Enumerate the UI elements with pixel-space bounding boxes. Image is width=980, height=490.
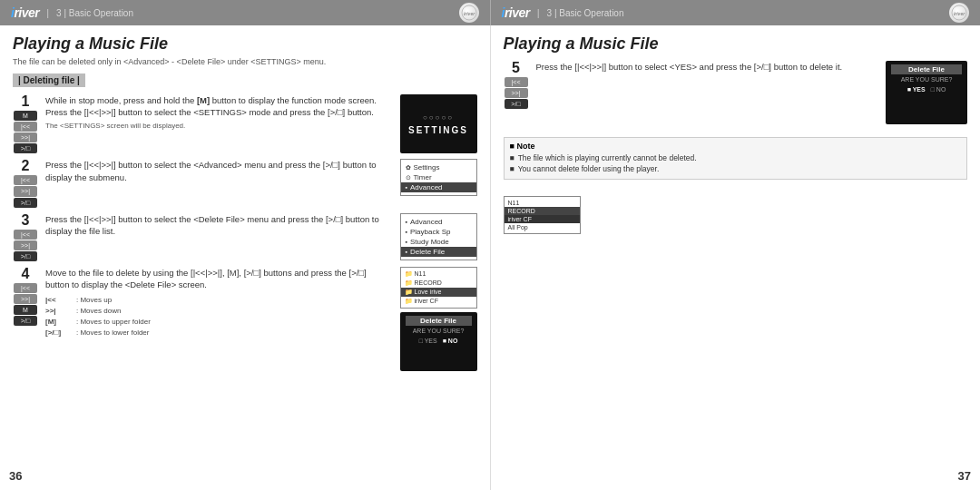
brand-logo-right: iriver xyxy=(502,5,530,20)
folder-icon-4: 📁 xyxy=(405,298,413,305)
step-5: 5 |<< >>| >/□ Press the [|<<|>>|] button… xyxy=(504,61,968,124)
next-button-1: >>| xyxy=(14,132,37,142)
left-page: Playing a Music File The file can be del… xyxy=(0,25,491,490)
main-content: Playing a Music File The file can be del… xyxy=(0,25,980,490)
step-5-left: 5 |<< >>| >/□ xyxy=(504,61,529,109)
timer-icon: ⊙ xyxy=(406,174,411,181)
advanced-icon: ▪ xyxy=(406,184,407,191)
step-3: 3 |<< >>| >/□ Press the [|<<|>>|] button… xyxy=(13,213,477,261)
right-screens-row: N11 RECORD iriver CF All Pop xyxy=(504,196,968,234)
settings-icon: ✿ xyxy=(406,164,411,172)
step-4-left: 4 |<< >>| M >/□ xyxy=(13,267,38,326)
delete-file-item: ▪ Delete File xyxy=(401,247,476,257)
step-5-buttons: |<< >>| >/□ xyxy=(505,77,528,109)
yes-option: □ YES xyxy=(419,338,437,344)
m-button: M xyxy=(14,111,37,121)
page-number-right: 37 xyxy=(958,469,971,483)
study-item: ▪ Study Mode xyxy=(401,237,476,247)
section-label-right: 3 | Basic Operation xyxy=(547,8,624,18)
step-1-number: 1 xyxy=(22,94,30,109)
menu-item-settings: ✿ Settings xyxy=(401,162,476,172)
next-button-3: >>| xyxy=(14,240,37,250)
brand-logo-left: iriver xyxy=(11,5,39,20)
step-1-buttons: M |<< >>| >/□ xyxy=(14,111,37,153)
step-4-content: Move to the file to delete by using the … xyxy=(45,267,393,338)
advanced-menu-screen: ▪ Advanced ▪ Playback Sp ▪ Study Mode ▪ … xyxy=(400,213,477,260)
menu-screen: ✿ Settings ⊙ Timer ▪ Advanced xyxy=(400,159,477,196)
section-label-left: 3 | Basic Operation xyxy=(56,8,133,18)
right-file-all-pop: All Pop xyxy=(505,223,580,231)
folder-icon: 📁 xyxy=(405,270,413,278)
play-button-5: >/□ xyxy=(505,99,528,109)
step-2-number: 2 xyxy=(22,159,30,173)
delete-title-right: Delete File xyxy=(891,64,962,74)
legend-m: [M]: Moves to upper folder xyxy=(45,317,393,327)
file-list-screen: 📁N11 📁RECORD 📁Love irive 📁iriver CF xyxy=(400,267,477,309)
right-file-n11: N11 xyxy=(505,199,580,207)
step-5-container: 5 |<< >>| >/□ Press the [|<<|>>|] button… xyxy=(504,61,968,234)
legend-play: [>/□]: Moves to lower folder xyxy=(45,328,393,338)
yes-option-right: ■ YES xyxy=(907,86,926,93)
next-button-5: >>| xyxy=(505,88,528,98)
note-box: ■ Note ■ The file which is playing curre… xyxy=(504,137,968,180)
legend-prev: |<<: Moves up xyxy=(45,295,393,305)
no-option-right: □ NO xyxy=(931,86,946,93)
right-file-list: N11 RECORD iriver CF All Pop xyxy=(504,196,581,234)
prev-button-4: |<< xyxy=(14,283,37,293)
step-4-legend: |<<: Moves up >>|: Moves down [M]: Moves… xyxy=(45,295,393,338)
delete-subtitle-right: ARE YOU SURE? xyxy=(891,76,962,83)
note-bullet-1: ■ xyxy=(510,153,514,164)
delete-title: Delete File xyxy=(406,316,472,326)
left-page-subtitle: The file can be deleted only in <Advance… xyxy=(13,57,477,66)
prev-button-3: |<< xyxy=(14,230,37,240)
left-header: iriver | 3 | Basic Operation iriver xyxy=(0,0,491,25)
right-page: Playing a Music File 5 |<< >>| >/□ Press… xyxy=(491,25,981,490)
step-4: 4 |<< >>| M >/□ Move to the file to dele… xyxy=(13,267,477,371)
prev-button-5: |<< xyxy=(505,77,528,87)
right-page-title: Playing a Music File xyxy=(504,34,968,54)
step-3-buttons: |<< >>| >/□ xyxy=(14,230,37,261)
right-filelist-screen: N11 RECORD iriver CF All Pop xyxy=(504,196,585,234)
svg-text:iriver: iriver xyxy=(954,11,965,16)
m-button-4: M xyxy=(14,305,37,315)
step-4-screens: 📁N11 📁RECORD 📁Love irive 📁iriver CF Dele… xyxy=(400,267,477,371)
file-n11: 📁N11 xyxy=(401,270,476,279)
step-1-note: The <SETTINGS> screen will be displayed. xyxy=(45,121,393,131)
settings-dots: ○○○○○ xyxy=(423,113,454,122)
delete-options-right: ■ YES □ NO xyxy=(891,86,962,93)
step-5-content: Press the [|<<|>>|] button to select <YE… xyxy=(536,61,879,73)
step-3-number: 3 xyxy=(22,213,30,228)
file-iriver-cf: 📁iriver CF xyxy=(401,297,476,306)
delete-file-screen: Delete File ARE YOU SURE? □ YES ■ NO xyxy=(400,312,477,371)
right-file-iriver-cf: iriver CF xyxy=(505,215,580,223)
playback-item: ▪ Playback Sp xyxy=(401,227,476,237)
settings-screen: ○○○○○ SETTINGS xyxy=(400,94,477,153)
next-button-4: >>| xyxy=(14,294,37,304)
step-4-buttons: |<< >>| M >/□ xyxy=(14,283,37,326)
folder-icon-3: 📁 xyxy=(405,289,413,296)
file-love-irive: 📁Love irive xyxy=(401,288,476,297)
step-1: 1 M |<< >>| >/□ While in stop mode, pres… xyxy=(13,94,477,153)
right-file-record: RECORD xyxy=(505,207,580,215)
no-option: ■ NO xyxy=(443,338,458,344)
page-number-left: 36 xyxy=(9,469,22,483)
iriver-circle-logo-right: iriver xyxy=(949,3,969,23)
step-2-left: 2 |<< >>| >/□ xyxy=(13,159,38,207)
note-title: ■ Note xyxy=(510,142,962,151)
play-button-2: >/□ xyxy=(14,198,37,208)
prev-button-2: |<< xyxy=(14,175,37,185)
prev-button-1: |<< xyxy=(14,122,37,132)
step-1-left: 1 M |<< >>| >/□ xyxy=(13,94,38,153)
next-button-2: >>| xyxy=(14,186,37,196)
menu-item-timer: ⊙ Timer xyxy=(401,172,476,182)
right-header: iriver | 3 | Basic Operation iriver xyxy=(491,0,981,25)
delete-confirm-screen: Delete File ARE YOU SURE? ■ YES □ NO xyxy=(886,61,967,124)
play-button-1: >/□ xyxy=(14,143,37,153)
legend-next: >>|: Moves down xyxy=(45,306,393,316)
file-record: 📁RECORD xyxy=(401,279,476,288)
menu-item-advanced: ▪ Advanced xyxy=(401,182,476,192)
delete-subtitle: ARE YOU SURE? xyxy=(406,328,472,334)
step-3-content: Press the [|<<|>>|] button to select the… xyxy=(45,213,393,238)
svg-text:iriver: iriver xyxy=(463,11,475,16)
settings-label: SETTINGS xyxy=(408,125,468,135)
